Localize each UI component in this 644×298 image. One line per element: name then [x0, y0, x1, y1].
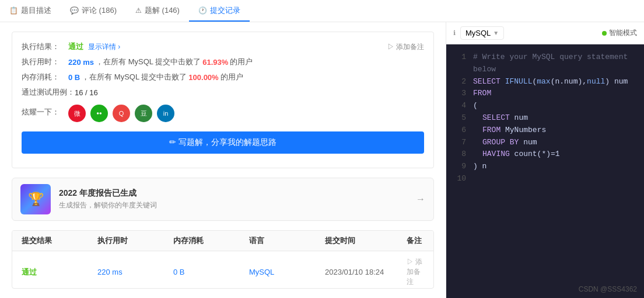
- annual-banner-image: 🏆: [20, 184, 51, 214]
- code-line-6: 6 FROM MyNumbers: [456, 124, 635, 137]
- test-case-value: 16 / 16: [75, 88, 98, 97]
- ai-mode-label: 智能模式: [609, 28, 637, 38]
- code-line-4: 4 (: [456, 100, 635, 112]
- watermark: CSDN @SSS4362: [579, 285, 637, 293]
- row-memory[interactable]: 0 B: [173, 268, 249, 276]
- share-icons: 微 Q 豆 in: [68, 105, 174, 122]
- tab-submissions[interactable]: 🕐 提交记录: [189, 0, 250, 22]
- share-row: 炫耀一下： 微 Q 豆 in: [22, 102, 424, 122]
- memory-desc: ，在所有 MySQL 提交中击败了: [82, 72, 187, 82]
- solutions-icon: ⚠: [135, 6, 142, 15]
- memory-row: 内存消耗： 0 B ，在所有 MySQL 提交中击败了 100.00% 的用户: [22, 72, 424, 82]
- right-panel: ℹ MySQL ▼ 智能模式 1 # Write your MySQL quer…: [446, 22, 644, 298]
- show-details-link[interactable]: 显示详情 ›: [88, 42, 120, 52]
- language-selector[interactable]: MySQL ▼: [460, 26, 504, 40]
- share-wechat-button[interactable]: [90, 105, 108, 122]
- memory-suffix: 的用户: [220, 72, 243, 82]
- test-case-row: 通过测试用例： 16 / 16: [22, 87, 424, 98]
- tab-description[interactable]: 📋 题目描述: [0, 0, 61, 22]
- main-split: 执行结果： 通过 显示详情 › ▷ 添加备注 执行用时： 220 ms ，在所有…: [0, 22, 644, 298]
- ai-dot-indicator: [602, 31, 607, 36]
- code-line-1: 1 # Write your MySQL query statement bel…: [456, 51, 635, 76]
- svg-point-0: [97, 112, 99, 115]
- header-note: 备注: [407, 235, 424, 246]
- share-qq-button[interactable]: Q: [113, 105, 130, 122]
- header-lang: 语言: [249, 235, 325, 246]
- submission-table: 提交结果 执行用时 内存消耗 语言 提交时间 备注 通过 220 ms 0 B …: [12, 230, 434, 289]
- tab-solutions[interactable]: ⚠ 题解 (146): [126, 0, 189, 22]
- table-row: 通过 220 ms 0 B MySQL 2023/01/10 18:24 ▷ 添…: [12, 251, 433, 289]
- code-line-8: 8 HAVING count(*)=1: [456, 148, 635, 161]
- submissions-icon: 🕐: [198, 6, 207, 15]
- tab-comments[interactable]: 💬 评论 (186): [61, 0, 126, 22]
- exec-result-value: 通过: [68, 41, 83, 52]
- code-line-2: 2 SELECT IFNULL(max(n.num),null) num: [456, 76, 635, 88]
- svg-point-1: [100, 112, 102, 115]
- annual-banner-text: 2022 年度报告已生成 生成报告，解锁你的年度关键词: [59, 188, 416, 210]
- info-icon: ℹ: [453, 29, 456, 37]
- code-line-10: 10: [456, 173, 635, 185]
- annual-banner-title: 2022 年度报告已生成: [59, 188, 416, 199]
- memory-percent: 100.00%: [188, 73, 218, 82]
- code-line-9: 9 ) n: [456, 161, 635, 173]
- exec-time-row: 执行用时： 220 ms ，在所有 MySQL 提交中击败了 61.93% 的用…: [22, 57, 424, 67]
- row-time[interactable]: 220 ms: [97, 268, 173, 276]
- test-case-label: 通过测试用例：: [22, 87, 75, 98]
- exec-result-row: 执行结果： 通过 显示详情 › ▷ 添加备注: [22, 41, 424, 52]
- code-line-3: 3 FROM: [456, 88, 635, 100]
- exec-time-value: 220 ms: [68, 58, 94, 67]
- exec-time-desc: ，在所有 MySQL 提交中击败了: [96, 57, 201, 67]
- left-panel: 执行结果： 通过 显示详情 › ▷ 添加备注 执行用时： 220 ms ，在所有…: [0, 22, 446, 298]
- row-lang[interactable]: MySQL: [249, 268, 325, 276]
- exec-result-label: 执行结果：: [22, 41, 68, 52]
- add-note-button[interactable]: ▷ 添加备注: [387, 42, 424, 52]
- share-weibo-button[interactable]: 微: [68, 105, 86, 122]
- share-linkedin-button[interactable]: in: [157, 105, 174, 122]
- annual-banner-subtitle: 生成报告，解锁你的年度关键词: [59, 200, 416, 210]
- row-submit-time: 2023/01/10 18:24: [325, 268, 407, 276]
- annual-banner-arrow: →: [416, 194, 425, 205]
- description-icon: 📋: [9, 6, 18, 15]
- language-dropdown-arrow: ▼: [493, 30, 499, 36]
- header-time: 执行用时: [97, 235, 173, 246]
- editor-toolbar: ℹ MySQL ▼ 智能模式: [446, 22, 644, 44]
- code-line-5: 5 SELECT num: [456, 112, 635, 124]
- header-submit-time: 提交时间: [325, 235, 407, 246]
- exec-time-suffix: 的用户: [230, 57, 253, 67]
- memory-label: 内存消耗：: [22, 72, 68, 82]
- row-result[interactable]: 通过: [22, 267, 97, 278]
- result-section: 执行结果： 通过 显示详情 › ▷ 添加备注 执行用时： 220 ms ，在所有…: [12, 32, 434, 168]
- share-label: 炫耀一下：: [22, 107, 68, 117]
- exec-time-percent: 61.93%: [202, 58, 228, 67]
- row-add-note[interactable]: ▷ 添加备注: [407, 257, 424, 287]
- table-header: 提交结果 执行用时 内存消耗 语言 提交时间 备注: [12, 231, 433, 251]
- code-editor[interactable]: 1 # Write your MySQL query statement bel…: [446, 44, 644, 298]
- tab-bar: 📋 题目描述 💬 评论 (186) ⚠ 题解 (146) 🕐 提交记录: [0, 0, 644, 22]
- memory-value: 0 B: [68, 73, 80, 82]
- ai-mode-button[interactable]: 智能模式: [602, 28, 637, 38]
- exec-time-label: 执行用时：: [22, 57, 68, 67]
- share-douban-button[interactable]: 豆: [135, 105, 152, 122]
- annual-banner[interactable]: 🏆 2022 年度报告已生成 生成报告，解锁你的年度关键词 →: [12, 178, 434, 221]
- write-solution-button[interactable]: ✏ 写题解，分享我的解题思路: [22, 131, 424, 154]
- selected-language: MySQL: [466, 29, 491, 37]
- code-line-7: 7 GROUP BY num: [456, 137, 635, 149]
- header-result: 提交结果: [22, 235, 97, 246]
- header-memory: 内存消耗: [173, 235, 249, 246]
- comments-icon: 💬: [70, 6, 79, 15]
